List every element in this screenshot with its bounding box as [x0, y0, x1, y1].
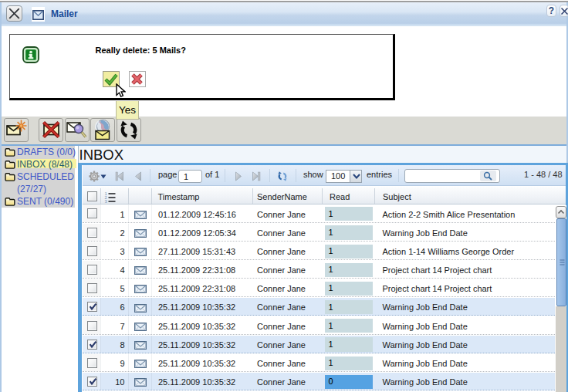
- svg-text:3: 3: [104, 199, 107, 203]
